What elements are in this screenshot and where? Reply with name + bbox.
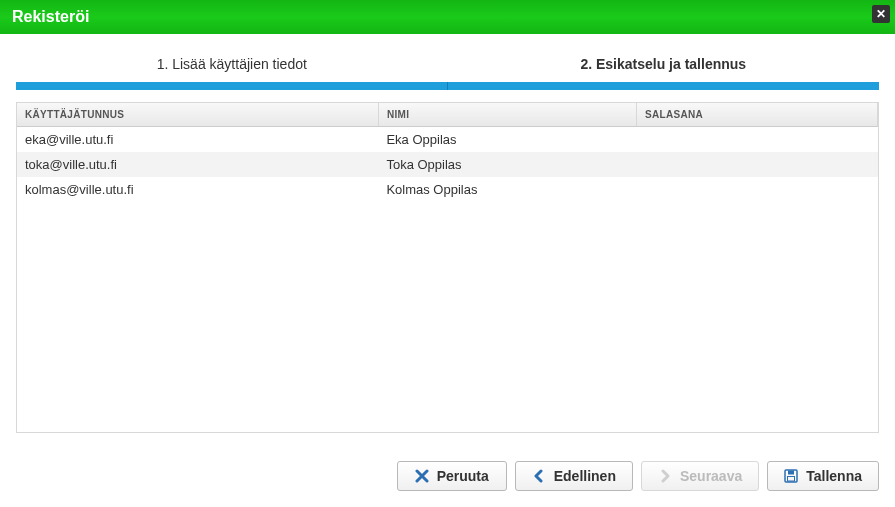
table-row[interactable]: eka@ville.utu.fi Eka Oppilas bbox=[17, 127, 878, 153]
button-bar: Peruuta Edellinen Seuraava Tallenna bbox=[0, 449, 895, 507]
cancel-label: Peruuta bbox=[437, 468, 489, 484]
col-username: KÄYTTÄJÄTUNNUS bbox=[17, 103, 378, 127]
previous-label: Edellinen bbox=[554, 468, 616, 484]
table-row[interactable]: kolmas@ville.utu.fi Kolmas Oppilas bbox=[17, 177, 878, 202]
next-button: Seuraava bbox=[641, 461, 759, 491]
step-2[interactable]: 2. Esikatselu ja tallennus bbox=[448, 50, 880, 78]
cell-password bbox=[637, 127, 878, 153]
close-icon[interactable]: ✕ bbox=[872, 5, 890, 23]
chevron-right-icon bbox=[658, 469, 672, 483]
cancel-button[interactable]: Peruuta bbox=[397, 461, 507, 491]
next-label: Seuraava bbox=[680, 468, 742, 484]
chevron-left-icon bbox=[532, 469, 546, 483]
table-row[interactable]: toka@ville.utu.fi Toka Oppilas bbox=[17, 152, 878, 177]
save-label: Tallenna bbox=[806, 468, 862, 484]
step-1[interactable]: 1. Lisää käyttäjien tiedot bbox=[16, 50, 448, 78]
users-table: KÄYTTÄJÄTUNNUS NIMI SALASANA eka@ville.u… bbox=[17, 103, 878, 202]
save-button[interactable]: Tallenna bbox=[767, 461, 879, 491]
cell-name: Toka Oppilas bbox=[378, 152, 636, 177]
cell-user: toka@ville.utu.fi bbox=[17, 152, 378, 177]
progress-seg-2 bbox=[447, 82, 879, 90]
cell-user: kolmas@ville.utu.fi bbox=[17, 177, 378, 202]
close-x-icon bbox=[415, 469, 429, 483]
register-dialog: Rekisteröi ✕ 1. Lisää käyttäjien tiedot … bbox=[0, 0, 895, 507]
col-password: SALASANA bbox=[637, 103, 878, 127]
users-table-wrap: KÄYTTÄJÄTUNNUS NIMI SALASANA eka@ville.u… bbox=[16, 102, 879, 433]
floppy-save-icon bbox=[784, 469, 798, 483]
dialog-title: Rekisteröi bbox=[12, 8, 89, 25]
svg-rect-1 bbox=[788, 471, 794, 475]
wizard-steps: 1. Lisää käyttäjien tiedot 2. Esikatselu… bbox=[16, 50, 879, 78]
cell-password bbox=[637, 177, 878, 202]
progress-bar bbox=[16, 82, 879, 90]
svg-rect-2 bbox=[788, 477, 795, 482]
col-name: NIMI bbox=[378, 103, 636, 127]
dialog-content: 1. Lisää käyttäjien tiedot 2. Esikatselu… bbox=[0, 34, 895, 449]
cell-name: Eka Oppilas bbox=[378, 127, 636, 153]
cell-name: Kolmas Oppilas bbox=[378, 177, 636, 202]
progress-seg-1 bbox=[16, 82, 447, 90]
cell-user: eka@ville.utu.fi bbox=[17, 127, 378, 153]
previous-button[interactable]: Edellinen bbox=[515, 461, 633, 491]
dialog-header: Rekisteröi ✕ bbox=[0, 0, 895, 34]
cell-password bbox=[637, 152, 878, 177]
